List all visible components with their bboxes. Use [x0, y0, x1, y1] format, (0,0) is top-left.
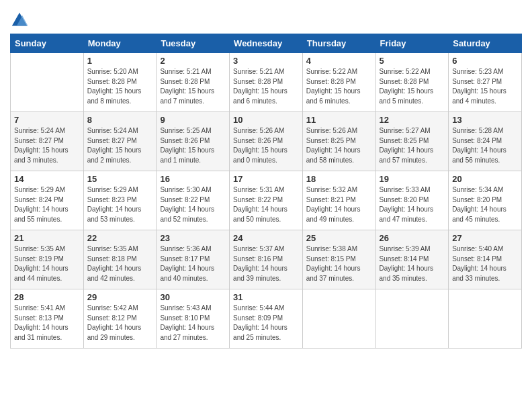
day-number: 20 [452, 174, 518, 184]
day-cell: 21Sunrise: 5:35 AM Sunset: 8:19 PM Dayli… [11, 230, 84, 289]
day-info: Sunrise: 5:33 AM Sunset: 8:20 PM Dayligh… [380, 185, 445, 224]
day-number: 10 [233, 115, 299, 125]
day-cell: 9Sunrise: 5:25 AM Sunset: 8:26 PM Daylig… [157, 112, 230, 171]
week-row-2: 7Sunrise: 5:24 AM Sunset: 8:27 PM Daylig… [11, 112, 522, 171]
day-info: Sunrise: 5:31 AM Sunset: 8:22 PM Dayligh… [233, 185, 299, 224]
day-info: Sunrise: 5:40 AM Sunset: 8:14 PM Dayligh… [452, 244, 518, 283]
day-cell: 25Sunrise: 5:38 AM Sunset: 8:15 PM Dayli… [302, 230, 375, 289]
page-header [10, 7, 522, 30]
day-info: Sunrise: 5:22 AM Sunset: 8:28 PM Dayligh… [380, 67, 445, 106]
day-info: Sunrise: 5:42 AM Sunset: 8:12 PM Dayligh… [87, 304, 153, 342]
day-info: Sunrise: 5:29 AM Sunset: 8:23 PM Dayligh… [87, 185, 153, 224]
day-number: 3 [233, 56, 299, 66]
day-info: Sunrise: 5:34 AM Sunset: 8:20 PM Dayligh… [452, 185, 518, 224]
day-number: 8 [87, 115, 153, 125]
day-cell: 31Sunrise: 5:44 AM Sunset: 8:09 PM Dayli… [230, 289, 303, 349]
day-cell: 30Sunrise: 5:43 AM Sunset: 8:10 PM Dayli… [157, 289, 230, 349]
logo-icon [10, 11, 29, 30]
day-info: Sunrise: 5:32 AM Sunset: 8:21 PM Dayligh… [306, 185, 372, 224]
day-number: 21 [14, 233, 80, 243]
day-number: 30 [160, 292, 226, 302]
header-cell-wednesday: Wednesday [230, 34, 303, 53]
day-cell: 28Sunrise: 5:41 AM Sunset: 8:13 PM Dayli… [11, 289, 84, 349]
day-info: Sunrise: 5:24 AM Sunset: 8:27 PM Dayligh… [14, 126, 80, 165]
day-number: 29 [87, 292, 153, 302]
day-number: 6 [452, 56, 518, 66]
header-cell-thursday: Thursday [302, 34, 375, 53]
day-number: 25 [306, 233, 372, 243]
day-cell: 7Sunrise: 5:24 AM Sunset: 8:27 PM Daylig… [11, 112, 84, 171]
calendar-table: SundayMondayTuesdayWednesdayThursdayFrid… [10, 34, 522, 349]
day-number: 17 [233, 174, 299, 184]
day-info: Sunrise: 5:43 AM Sunset: 8:10 PM Dayligh… [160, 304, 226, 342]
day-cell: 12Sunrise: 5:27 AM Sunset: 8:25 PM Dayli… [375, 112, 449, 171]
header-cell-friday: Friday [375, 34, 449, 53]
day-number: 9 [160, 115, 226, 125]
day-cell: 3Sunrise: 5:21 AM Sunset: 8:28 PM Daylig… [230, 53, 303, 112]
day-cell: 19Sunrise: 5:33 AM Sunset: 8:20 PM Dayli… [375, 171, 449, 230]
day-info: Sunrise: 5:28 AM Sunset: 8:24 PM Dayligh… [452, 126, 518, 165]
header-cell-monday: Monday [83, 34, 157, 53]
day-cell: 17Sunrise: 5:31 AM Sunset: 8:22 PM Dayli… [230, 171, 303, 230]
day-number: 31 [233, 292, 299, 302]
header-cell-sunday: Sunday [11, 34, 84, 53]
week-row-5: 28Sunrise: 5:41 AM Sunset: 8:13 PM Dayli… [11, 289, 522, 349]
day-info: Sunrise: 5:23 AM Sunset: 8:27 PM Dayligh… [452, 67, 518, 106]
day-info: Sunrise: 5:35 AM Sunset: 8:18 PM Dayligh… [87, 244, 153, 283]
day-info: Sunrise: 5:21 AM Sunset: 8:28 PM Dayligh… [233, 67, 299, 106]
day-info: Sunrise: 5:37 AM Sunset: 8:16 PM Dayligh… [233, 244, 299, 283]
day-cell: 2Sunrise: 5:21 AM Sunset: 8:28 PM Daylig… [157, 53, 230, 112]
header-row: SundayMondayTuesdayWednesdayThursdayFrid… [11, 34, 522, 53]
day-number: 5 [380, 56, 445, 66]
day-cell: 8Sunrise: 5:24 AM Sunset: 8:27 PM Daylig… [83, 112, 157, 171]
day-cell: 26Sunrise: 5:39 AM Sunset: 8:14 PM Dayli… [375, 230, 449, 289]
day-cell: 24Sunrise: 5:37 AM Sunset: 8:16 PM Dayli… [230, 230, 303, 289]
day-info: Sunrise: 5:21 AM Sunset: 8:28 PM Dayligh… [160, 67, 226, 106]
day-number: 26 [380, 233, 445, 243]
day-number: 12 [380, 115, 445, 125]
day-cell: 11Sunrise: 5:26 AM Sunset: 8:25 PM Dayli… [302, 112, 375, 171]
day-cell: 16Sunrise: 5:30 AM Sunset: 8:22 PM Dayli… [157, 171, 230, 230]
day-cell: 20Sunrise: 5:34 AM Sunset: 8:20 PM Dayli… [449, 171, 522, 230]
day-number: 22 [87, 233, 153, 243]
day-info: Sunrise: 5:26 AM Sunset: 8:26 PM Dayligh… [233, 126, 299, 165]
day-cell: 13Sunrise: 5:28 AM Sunset: 8:24 PM Dayli… [449, 112, 522, 171]
day-cell: 29Sunrise: 5:42 AM Sunset: 8:12 PM Dayli… [83, 289, 157, 349]
day-cell: 6Sunrise: 5:23 AM Sunset: 8:27 PM Daylig… [449, 53, 522, 112]
day-number: 15 [87, 174, 153, 184]
day-info: Sunrise: 5:22 AM Sunset: 8:28 PM Dayligh… [306, 67, 372, 106]
day-number: 28 [14, 292, 80, 302]
day-info: Sunrise: 5:44 AM Sunset: 8:09 PM Dayligh… [233, 304, 299, 342]
day-cell: 10Sunrise: 5:26 AM Sunset: 8:26 PM Dayli… [230, 112, 303, 171]
day-cell: 18Sunrise: 5:32 AM Sunset: 8:21 PM Dayli… [302, 171, 375, 230]
day-info: Sunrise: 5:38 AM Sunset: 8:15 PM Dayligh… [306, 244, 372, 283]
day-number: 14 [14, 174, 80, 184]
day-number: 11 [306, 115, 372, 125]
day-cell: 15Sunrise: 5:29 AM Sunset: 8:23 PM Dayli… [83, 171, 157, 230]
header-cell-saturday: Saturday [449, 34, 522, 53]
day-number: 4 [306, 56, 372, 66]
day-info: Sunrise: 5:39 AM Sunset: 8:14 PM Dayligh… [380, 244, 445, 283]
day-info: Sunrise: 5:41 AM Sunset: 8:13 PM Dayligh… [14, 304, 80, 342]
day-cell [449, 289, 522, 349]
day-info: Sunrise: 5:35 AM Sunset: 8:19 PM Dayligh… [14, 244, 80, 283]
day-number: 23 [160, 233, 226, 243]
day-cell: 5Sunrise: 5:22 AM Sunset: 8:28 PM Daylig… [375, 53, 449, 112]
day-cell [375, 289, 449, 349]
day-number: 7 [14, 115, 80, 125]
day-info: Sunrise: 5:29 AM Sunset: 8:24 PM Dayligh… [14, 185, 80, 224]
day-number: 16 [160, 174, 226, 184]
day-info: Sunrise: 5:26 AM Sunset: 8:25 PM Dayligh… [306, 126, 372, 165]
day-info: Sunrise: 5:27 AM Sunset: 8:25 PM Dayligh… [380, 126, 445, 165]
day-cell [11, 53, 84, 112]
day-cell: 14Sunrise: 5:29 AM Sunset: 8:24 PM Dayli… [11, 171, 84, 230]
day-info: Sunrise: 5:36 AM Sunset: 8:17 PM Dayligh… [160, 244, 226, 283]
day-number: 27 [452, 233, 518, 243]
week-row-3: 14Sunrise: 5:29 AM Sunset: 8:24 PM Dayli… [11, 171, 522, 230]
week-row-4: 21Sunrise: 5:35 AM Sunset: 8:19 PM Dayli… [11, 230, 522, 289]
day-cell [302, 289, 375, 349]
logo [10, 11, 32, 30]
day-info: Sunrise: 5:30 AM Sunset: 8:22 PM Dayligh… [160, 185, 226, 224]
day-number: 24 [233, 233, 299, 243]
day-number: 1 [87, 56, 153, 66]
